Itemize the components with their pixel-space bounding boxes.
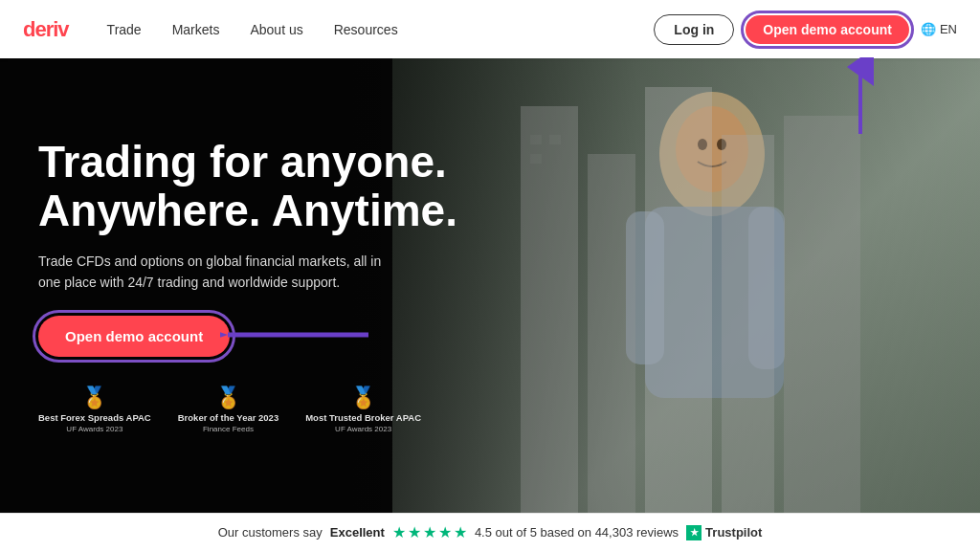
globe-icon: 🌐 [921,22,936,36]
logo[interactable]: deriv [23,17,69,42]
svg-rect-10 [588,154,635,513]
nav-actions: Log in Open demo account 🌐 EN [654,14,957,45]
award-2-title: Broker of the Year 2023 [178,412,278,424]
star-3: ★ [423,523,436,541]
annotation-arrow-up [841,57,880,138]
award-3: 🏅 Most Trusted Broker APAC UF Awards 202… [305,387,421,432]
nav-resources[interactable]: Resources [334,22,398,37]
hero-person-image [521,58,884,513]
annotation-arrow-left [220,318,373,356]
award-3-laurel-icon: 🏅 [350,387,376,408]
open-demo-account-nav-button[interactable]: Open demo account [746,15,909,44]
hero-content: Trading for anyone. Anywhere. Anytime. T… [38,138,536,432]
nav-about-us[interactable]: About us [250,22,302,37]
star-4: ★ [438,523,452,541]
award-2: 🏅 Broker of the Year 2023 Finance Feeds [178,387,278,432]
lang-label: EN [940,22,957,36]
svg-rect-13 [784,116,860,513]
nav-markets[interactable]: Markets [172,22,220,37]
svg-rect-12 [722,135,774,513]
open-demo-account-hero-button[interactable]: Open demo account [38,316,230,357]
login-button[interactable]: Log in [654,14,734,45]
svg-rect-11 [645,87,712,513]
trustpilot-label: Trustpilot [705,525,762,540]
customers-say-label: Our customers say [218,525,323,540]
award-1-title: Best Forex Spreads APAC [38,412,151,424]
star-2: ★ [408,523,421,541]
footer-bar: Our customers say Excellent ★ ★ ★ ★ ★ 4.… [0,513,980,551]
award-3-sub: UF Awards 2023 [335,425,391,433]
hero-section: Trading for anyone. Anywhere. Anytime. T… [0,58,980,513]
trustpilot-logo[interactable]: ★ Trustpilot [686,525,762,540]
language-selector[interactable]: 🌐 EN [921,22,957,36]
award-laurel-icon: 🏅 [81,387,107,408]
award-3-title: Most Trusted Broker APAC [305,412,421,424]
star-1: ★ [392,523,406,541]
navbar: deriv Trade Markets About us Resources L… [0,0,980,58]
award-2-laurel-icon: 🏅 [215,387,241,408]
award-2-sub: Finance Feeds [203,425,254,433]
hero-title: Trading for anyone. Anywhere. Anytime. [38,138,536,234]
excellent-label: Excellent [330,525,385,540]
nav-links: Trade Markets About us Resources [107,22,655,37]
star-5-half: ★ [454,523,467,541]
award-1: 🏅 Best Forex Spreads APAC UF Awards 2023 [38,387,151,432]
awards-section: 🏅 Best Forex Spreads APAC UF Awards 2023… [38,387,536,432]
nav-trade[interactable]: Trade [107,22,142,37]
award-1-sub: UF Awards 2023 [66,425,122,433]
hero-subtitle: Trade CFDs and options on global financi… [38,251,402,294]
trustpilot-star-icon: ★ [686,525,702,540]
svg-rect-15 [549,135,561,144]
rating-stars: ★ ★ ★ ★ ★ [392,523,467,541]
rating-text: 4.5 out of 5 based on 44,303 reviews [475,525,679,540]
